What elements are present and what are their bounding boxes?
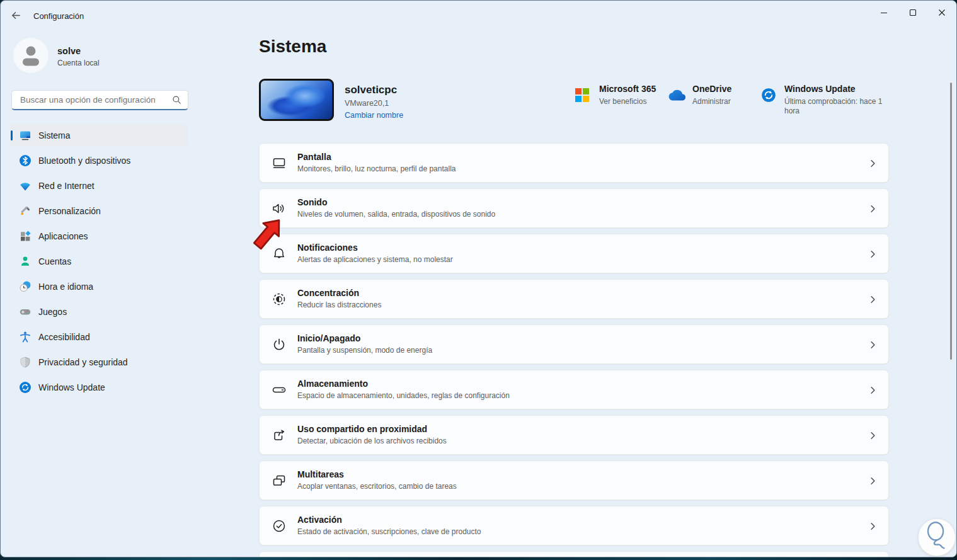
sidebar-item-label: Accesibilidad — [38, 332, 90, 342]
setting-row-subtitle: Espacio de almacenamiento, unidades, reg… — [297, 391, 510, 400]
sidebar-item-cuentas[interactable]: Cuentas — [11, 250, 188, 273]
microsoft-365-icon — [575, 88, 589, 105]
back-button[interactable] — [11, 10, 23, 21]
sidebar-item-hora-e-idioma[interactable]: Hora e idioma — [11, 275, 188, 298]
quick-windows-update-status: Última comprobación: hace 1 hora — [784, 97, 890, 116]
magnifier-badge — [918, 518, 956, 556]
quick-microsoft365-link[interactable]: Ver beneficios — [599, 97, 646, 106]
setting-row-uso-compartido-en-proximidad[interactable]: Uso compartido en proximidadDetectar, ub… — [259, 415, 889, 455]
gaming-icon — [19, 306, 32, 318]
page-title: Sistema — [259, 37, 326, 57]
chevron-right-icon — [868, 340, 878, 352]
minimize-button[interactable] — [869, 1, 898, 26]
setting-row-title: Notificaciones — [297, 243, 358, 253]
sidebar-item-label: Privacidad y seguridad — [38, 357, 128, 367]
search-box[interactable] — [11, 90, 188, 110]
setting-row-concentraci-n[interactable]: ConcentraciónReducir las distracciones — [259, 279, 889, 319]
setting-row-almacenamiento[interactable]: AlmacenamientoEspacio de almacenamiento,… — [259, 370, 889, 409]
multitasking-icon — [271, 472, 287, 489]
quick-windows-update-title: Windows Update — [784, 84, 856, 94]
setting-row-title: Activación — [297, 515, 342, 525]
accounts-icon — [19, 255, 32, 268]
sidebar-item-windows-update[interactable]: Windows Update — [11, 376, 188, 399]
quick-microsoft365-title: Microsoft 365 — [599, 84, 656, 94]
setting-row-sonido[interactable]: SonidoNiveles de volumen, salida, entrad… — [259, 188, 889, 228]
setting-row-subtitle: Detectar, ubicación de los archivos reci… — [297, 437, 447, 445]
setting-row-title: Almacenamiento — [297, 379, 368, 389]
system-icon — [19, 129, 32, 142]
setting-row-title: Inicio/Apagado — [297, 333, 360, 343]
sidebar-item-personalizaci-n[interactable]: Personalización — [11, 200, 188, 222]
setting-row-multitareas[interactable]: MultitareasAcoplar ventanas, escritorios… — [259, 460, 889, 500]
setting-row-title: Multitareas — [297, 469, 344, 479]
close-button[interactable] — [927, 1, 956, 26]
focus-icon — [271, 291, 287, 307]
windows-update-icon — [19, 381, 32, 394]
sidebar-item-label: Juegos — [38, 307, 67, 317]
sidebar-item-accesibilidad[interactable]: Accesibilidad — [11, 326, 188, 348]
quick-onedrive-title: OneDrive — [692, 84, 731, 94]
sound-icon — [271, 200, 287, 217]
setting-row-inicio-apagado[interactable]: Inicio/ApagadoPantalla y suspensión, mod… — [259, 324, 889, 364]
sidebar-item-label: Hora e idioma — [38, 282, 93, 292]
activation-icon — [271, 518, 287, 534]
setting-row-notificaciones[interactable]: NotificacionesAlertas de aplicaciones y … — [259, 234, 889, 273]
search-input[interactable] — [19, 94, 172, 105]
search-icon — [172, 95, 181, 105]
setting-row-partial[interactable] — [259, 551, 889, 557]
windows-update-icon — [761, 88, 776, 105]
window-title: Configuración — [33, 11, 84, 21]
privacy-icon — [19, 356, 32, 369]
setting-row-subtitle: Acoplar ventanas, escritorios, cambio de… — [297, 482, 457, 491]
sidebar-item-label: Aplicaciones — [38, 231, 88, 241]
notifications-icon — [271, 246, 287, 262]
display-icon — [271, 155, 287, 171]
personalization-icon — [19, 205, 32, 217]
setting-row-title: Pantalla — [297, 152, 331, 162]
rename-device-link[interactable]: Cambiar nombre — [345, 111, 403, 120]
sidebar-item-label: Red e Internet — [38, 181, 95, 191]
sidebar-item-bluetooth-y-dispositivos[interactable]: Bluetooth y dispositivos — [11, 149, 188, 172]
sidebar-item-juegos[interactable]: Juegos — [11, 300, 188, 323]
maximize-button[interactable] — [898, 1, 927, 26]
quick-onedrive-link[interactable]: Administrar — [692, 97, 731, 106]
storage-icon — [271, 382, 287, 398]
sidebar-item-aplicaciones[interactable]: Aplicaciones — [11, 225, 188, 248]
nearby-sharing-icon — [271, 427, 287, 443]
setting-row-subtitle: Alertas de aplicaciones y sistema, no mo… — [297, 255, 453, 264]
sidebar-item-label: Sistema — [38, 130, 71, 140]
sidebar-item-red-e-internet[interactable]: Red e Internet — [11, 174, 188, 197]
apps-icon — [19, 230, 32, 243]
setting-row-subtitle: Monitores, brillo, luz nocturna, perfil … — [297, 164, 456, 173]
setting-row-title: Uso compartido en proximidad — [297, 424, 427, 434]
network-icon — [19, 180, 32, 192]
setting-row-title: Concentración — [297, 288, 359, 298]
back-arrow-icon — [11, 12, 21, 23]
onedrive-icon — [667, 89, 687, 104]
setting-row-subtitle: Reducir las distracciones — [297, 300, 381, 309]
setting-row-activaci-n[interactable]: ActivaciónEstado de activación, suscripc… — [259, 506, 889, 546]
settings-window: Configuración solve Cuenta local Sistema… — [0, 0, 957, 557]
magnifier-sketch-icon — [919, 518, 954, 556]
accessibility-icon — [19, 331, 32, 343]
avatar[interactable] — [13, 38, 49, 73]
chevron-right-icon — [868, 522, 878, 534]
setting-row-subtitle: Niveles de volumen, salida, entrada, dis… — [297, 210, 495, 219]
sidebar-item-privacidad-y-seguridad[interactable]: Privacidad y seguridad — [11, 351, 188, 374]
device-model: VMware20,1 — [345, 99, 389, 108]
device-name: solveticpc — [345, 84, 397, 96]
setting-row-title: Sonido — [297, 197, 327, 207]
chevron-right-icon — [868, 204, 878, 216]
sidebar-item-label: Personalización — [38, 206, 101, 216]
device-thumbnail — [259, 79, 334, 121]
chevron-right-icon — [868, 386, 878, 397]
setting-row-pantalla[interactable]: PantallaMonitores, brillo, luz nocturna,… — [259, 143, 889, 183]
maximize-icon — [909, 8, 917, 19]
titlebar: Configuración — [1, 1, 956, 30]
chevron-right-icon — [868, 295, 878, 307]
sidebar-item-sistema[interactable]: Sistema — [11, 124, 188, 147]
chevron-right-icon — [868, 476, 878, 488]
minimize-icon — [880, 8, 888, 19]
scrollbar-thumb[interactable] — [950, 83, 952, 360]
chevron-right-icon — [868, 431, 878, 443]
